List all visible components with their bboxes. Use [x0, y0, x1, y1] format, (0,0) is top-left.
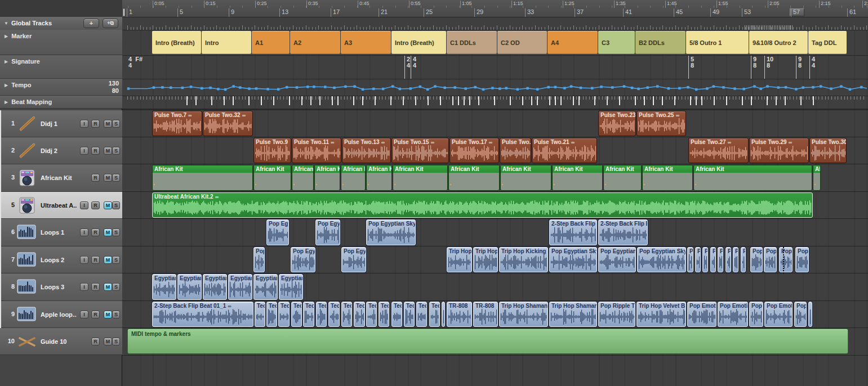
track-header-row-2[interactable]: 2Didj 2IRMS [0, 137, 122, 164]
audio-region[interactable]: Pop Egyptian Sky [366, 219, 416, 245]
audio-region[interactable]: Tec [379, 302, 389, 327]
collapse-triangle-icon[interactable]: ▼ [4, 21, 8, 26]
audio-region[interactable]: Pulse Two.7∞ [152, 111, 202, 136]
bar-ruler-label[interactable]: 9 [231, 8, 234, 15]
record-enable-button[interactable]: R [91, 338, 100, 345]
time-signature[interactable]: 4 F# 4 [128, 55, 145, 79]
midi-region[interactable]: MIDI tempo & markers [127, 329, 848, 354]
mute-button[interactable]: M [104, 201, 112, 209]
midi-region[interactable]: African Kit [366, 165, 392, 191]
solo-button[interactable]: S [112, 201, 120, 209]
audio-region[interactable]: Tec [366, 302, 377, 327]
midi-region[interactable]: African Kit [500, 165, 551, 191]
audio-region[interactable]: Pop Egy [266, 219, 289, 245]
solo-button[interactable]: S [112, 147, 120, 155]
audio-region[interactable]: Tec [416, 302, 427, 327]
record-enable-button[interactable]: R [91, 174, 100, 182]
expand-triangle-icon[interactable]: ▶ [5, 59, 8, 64]
audio-region[interactable]: Pop [764, 247, 777, 272]
mute-button[interactable]: M [104, 338, 112, 345]
record-enable-button[interactable]: R [91, 283, 100, 291]
audio-region[interactable]: 2-Step Back Flip Beat 01_1∞ [152, 302, 253, 327]
audio-region[interactable] [442, 302, 445, 327]
record-enable-button[interactable]: R [91, 147, 100, 155]
bar-ruler-label[interactable]: 49 [713, 8, 719, 15]
solo-button[interactable]: S [112, 338, 120, 345]
marker-region[interactable]: 9&10/8 Outro 2 [749, 31, 808, 54]
audio-region[interactable]: Egyptian [203, 274, 227, 300]
audio-region[interactable]: Pulse Two.32∞ [203, 111, 253, 136]
audio-region[interactable]: Pop Egy [291, 247, 315, 272]
bar-ruler-label[interactable]: 41 [625, 8, 632, 15]
audio-region[interactable]: Pop Emoti [718, 302, 748, 327]
marker-region[interactable]: Tag DDL [808, 31, 847, 54]
input-monitor-button[interactable]: I [80, 256, 88, 264]
tempo-lane[interactable] [122, 79, 868, 96]
marker-region[interactable]: A3 [341, 31, 391, 54]
time-signature[interactable]: 4 4 [809, 55, 826, 79]
audio-region[interactable]: Tec [303, 302, 314, 327]
audio-region[interactable]: Trip Hop Shaman [499, 302, 548, 327]
input-monitor-button[interactable]: I [80, 120, 88, 128]
record-enable-button[interactable]: R [91, 311, 100, 318]
marker-region[interactable]: C3 [598, 31, 635, 54]
audio-region[interactable]: Pop Egyptian [598, 247, 636, 272]
time-signature[interactable]: 4 4 [411, 55, 428, 79]
bar-ruler-label[interactable]: 61 [849, 8, 856, 15]
midi-region[interactable]: African Kit [603, 165, 642, 191]
time-signature[interactable]: 10 8 [764, 55, 781, 79]
audio-region[interactable]: Pop Egyptian Sky [549, 247, 597, 272]
audio-region[interactable]: Pop [253, 247, 265, 272]
audio-region[interactable]: Pulse Two.9 [253, 138, 291, 163]
track-header-row-10[interactable]: 10Guide 10RMS [0, 328, 122, 355]
global-lane-header-marker[interactable]: ▶Marker [0, 30, 122, 55]
audio-region[interactable]: Pop [750, 247, 763, 272]
bar-ruler-label[interactable]: 25 [426, 8, 433, 15]
solo-button[interactable]: S [112, 228, 120, 236]
record-enable-button[interactable]: R [91, 201, 100, 209]
time-signature[interactable]: 5 8 [688, 55, 705, 79]
audio-region[interactable]: Pop [741, 247, 746, 272]
audio-region[interactable]: Tec [391, 302, 402, 327]
audio-region[interactable]: Pop [718, 247, 723, 272]
bar-ruler-label[interactable]: 13 [282, 8, 288, 15]
solo-button[interactable]: S [112, 283, 120, 291]
audio-region[interactable]: Pop [687, 247, 693, 272]
bar-ruler-label[interactable]: 5 [180, 8, 183, 15]
mute-button[interactable]: M [104, 311, 112, 318]
mute-button[interactable]: M [104, 283, 112, 291]
audio-region[interactable]: Pulse Two.21∞ [532, 138, 597, 163]
solo-button[interactable]: S [112, 256, 120, 264]
midi-region[interactable]: African Kit [152, 165, 253, 191]
midi-region[interactable]: African Kit [314, 165, 340, 191]
marker-region[interactable]: Intro [202, 31, 251, 54]
audio-region[interactable] [808, 302, 812, 327]
audio-region[interactable]: Trip Hop Kicking [499, 247, 548, 272]
solo-button[interactable]: S [112, 120, 120, 128]
expand-triangle-icon[interactable]: ▶ [5, 100, 8, 105]
solo-button[interactable]: S [112, 311, 120, 318]
expand-triangle-icon[interactable]: ▶ [5, 83, 8, 88]
add-global-track-set-button[interactable]: +⧉ [103, 19, 118, 28]
audio-region[interactable]: Tec [404, 302, 415, 327]
marker-region[interactable]: B2 DDLs [635, 31, 686, 54]
global-lane-header-tempo[interactable]: ▶Tempo13080 [0, 79, 122, 96]
bar-ruler-label[interactable]: 21 [381, 8, 388, 15]
input-monitor-button[interactable]: I [80, 311, 88, 318]
bar-ruler-label[interactable]: 29 [477, 8, 483, 15]
track-header-row-3[interactable]: 3African KitRMS [0, 164, 122, 192]
add-global-track-button[interactable]: + [83, 19, 99, 28]
global-lane-header-beat-mapping[interactable]: ▶Beat Mapping [0, 96, 122, 109]
audio-region[interactable]: Tec [429, 302, 440, 327]
audio-region[interactable]: Pop Egyptian Sky [637, 247, 686, 272]
record-enable-button[interactable]: R [91, 228, 100, 236]
audio-region[interactable]: 2-Step Back Flip B [598, 219, 648, 245]
track-header-row-5[interactable]: 5Ultrabeat A...IRMS [0, 192, 122, 219]
track-header-row-8[interactable]: 8Loops 3IRMS [0, 273, 122, 301]
bar-ruler-label[interactable]: 45 [676, 8, 683, 15]
audio-region[interactable]: Egyptian [152, 274, 176, 300]
solo-button[interactable]: S [112, 174, 120, 182]
marker-region[interactable]: C1 DDLs [447, 31, 497, 54]
audio-region[interactable]: Tec [266, 302, 277, 327]
audio-region[interactable]: Egyptian [253, 274, 278, 300]
